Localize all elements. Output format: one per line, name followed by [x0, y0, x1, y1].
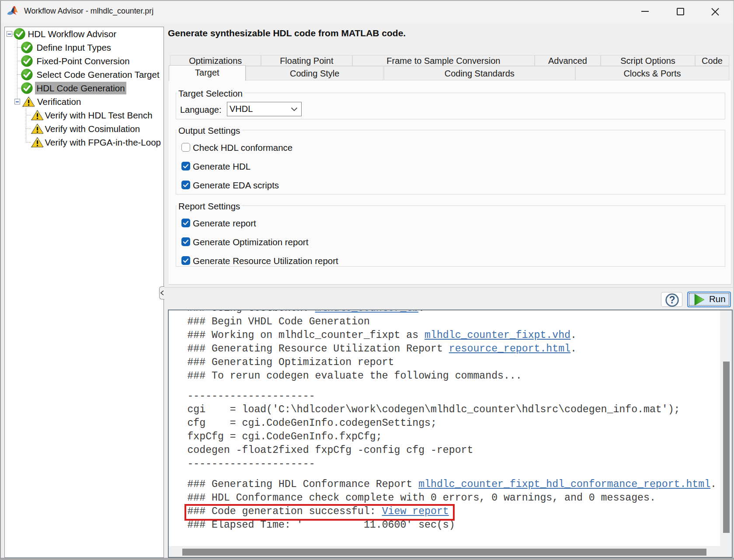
- svg-text:?: ?: [669, 294, 675, 306]
